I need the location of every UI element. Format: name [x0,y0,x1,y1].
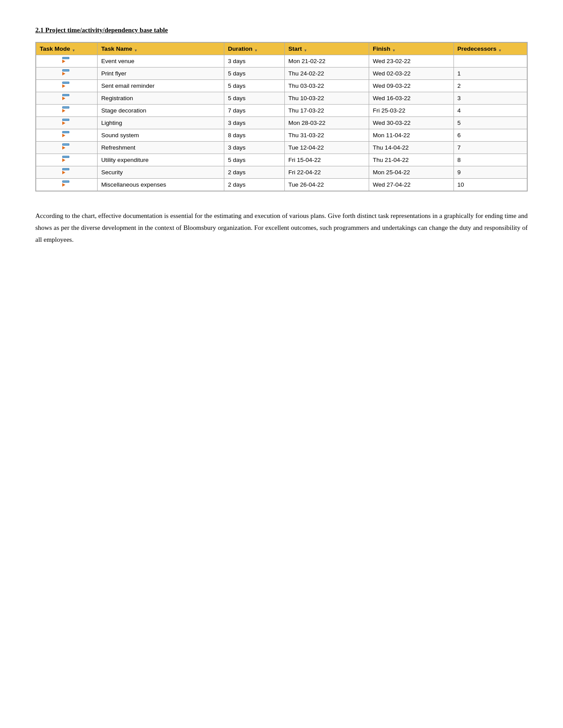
task-mode-icon [62,106,71,113]
task-name-cell: Lighting [98,117,224,129]
predecessors-cell: 2 [453,80,527,92]
start-dropdown-icon[interactable] [304,46,309,52]
table-row: Refreshment3 daysTue 12-04-22Thu 14-04-2… [36,142,527,154]
task-mode-cell [36,142,98,154]
duration-cell: 5 days [224,154,285,166]
finish-cell: Wed 30-03-22 [369,117,453,129]
predecessors-cell: 5 [453,117,527,129]
task-name-cell: Refreshment [98,142,224,154]
table-row: Registration5 daysThu 10-03-22Wed 16-03-… [36,92,527,105]
task-mode-icon [62,69,71,76]
col-header-task-mode[interactable]: Task Mode [36,43,98,55]
finish-dropdown-icon[interactable] [392,46,397,52]
task-name-cell: Sent email reminder [98,80,224,92]
finish-cell: Fri 25-03-22 [369,105,453,117]
task-name-cell: Sound system [98,129,224,142]
table-row: Sound system8 daysThu 31-03-22Mon 11-04-… [36,129,527,142]
task-mode-icon [62,156,71,163]
col-header-duration[interactable]: Duration [224,43,285,55]
task-mode-cell [36,154,98,166]
start-cell: Fri 15-04-22 [284,154,369,166]
task-mode-cell [36,129,98,142]
table-row: Miscellaneous expenses2 daysTue 26-04-22… [36,179,527,191]
task-mode-cell [36,166,98,179]
task-mode-icon [62,82,71,89]
duration-dropdown-icon[interactable] [254,46,260,52]
task-mode-cell [36,55,98,68]
predecessors-cell [453,55,527,68]
start-cell: Thu 10-03-22 [284,92,369,105]
start-cell: Tue 12-04-22 [284,142,369,154]
predecessors-cell: 9 [453,166,527,179]
predecessors-cell: 10 [453,179,527,191]
predecessors-cell: 4 [453,105,527,117]
start-cell: Thu 24-02-22 [284,68,369,80]
body-paragraph: According to the chart, effective docume… [35,210,528,246]
task-mode-icon [62,57,71,64]
duration-cell: 5 days [224,80,285,92]
duration-cell: 7 days [224,105,285,117]
task-mode-dropdown-icon[interactable] [72,46,77,52]
col-header-predecessors[interactable]: Predecessors [453,43,527,55]
predecessors-cell: 1 [453,68,527,80]
task-name-cell: Miscellaneous expenses [98,179,224,191]
duration-cell: 5 days [224,68,285,80]
task-mode-icon [62,119,71,126]
finish-cell: Wed 16-03-22 [369,92,453,105]
task-mode-cell [36,92,98,105]
table-row: Print flyer5 daysThu 24-02-22Wed 02-03-2… [36,68,527,80]
table-header-row: Task Mode Task Name Duration [36,43,527,55]
project-table-container: Task Mode Task Name Duration [35,42,528,191]
predecessors-dropdown-icon[interactable] [498,46,503,52]
table-row: Utility expenditure5 daysFri 15-04-22Thu… [36,154,527,166]
col-header-finish[interactable]: Finish [369,43,453,55]
finish-cell: Wed 27-04-22 [369,179,453,191]
finish-cell: Wed 02-03-22 [369,68,453,80]
task-name-dropdown-icon[interactable] [134,46,139,52]
finish-cell: Wed 23-02-22 [369,55,453,68]
col-header-start[interactable]: Start [284,43,369,55]
task-mode-cell [36,80,98,92]
task-mode-icon [62,180,71,188]
table-row: Sent email reminder5 daysThu 03-03-22Wed… [36,80,527,92]
section-title: 2.1 Project time/activity/dependency bas… [35,26,528,34]
task-mode-cell [36,105,98,117]
start-cell: Mon 28-03-22 [284,117,369,129]
task-name-cell: Registration [98,92,224,105]
predecessors-cell: 6 [453,129,527,142]
predecessors-cell: 7 [453,142,527,154]
predecessors-cell: 8 [453,154,527,166]
table-row: Security2 daysFri 22-04-22Mon 25-04-229 [36,166,527,179]
start-cell: Fri 22-04-22 [284,166,369,179]
task-name-cell: Stage decoration [98,105,224,117]
start-cell: Thu 17-03-22 [284,105,369,117]
finish-cell: Thu 21-04-22 [369,154,453,166]
task-mode-icon [62,131,71,138]
project-table: Task Mode Task Name Duration [36,42,527,191]
finish-cell: Mon 25-04-22 [369,166,453,179]
duration-cell: 2 days [224,179,285,191]
task-name-cell: Event venue [98,55,224,68]
duration-cell: 3 days [224,117,285,129]
start-cell: Tue 26-04-22 [284,179,369,191]
table-row: Stage decoration7 daysThu 17-03-22Fri 25… [36,105,527,117]
task-mode-cell [36,179,98,191]
col-header-task-name[interactable]: Task Name [98,43,224,55]
task-mode-icon [62,94,71,101]
table-row: Event venue3 daysMon 21-02-22Wed 23-02-2… [36,55,527,68]
finish-cell: Wed 09-03-22 [369,80,453,92]
task-mode-icon [62,168,71,175]
table-body: Event venue3 daysMon 21-02-22Wed 23-02-2… [36,55,527,191]
start-cell: Thu 03-03-22 [284,80,369,92]
task-mode-icon [62,143,71,150]
start-cell: Mon 21-02-22 [284,55,369,68]
predecessors-cell: 3 [453,92,527,105]
duration-cell: 2 days [224,166,285,179]
duration-cell: 8 days [224,129,285,142]
finish-cell: Thu 14-04-22 [369,142,453,154]
task-name-cell: Print flyer [98,68,224,80]
start-cell: Thu 31-03-22 [284,129,369,142]
finish-cell: Mon 11-04-22 [369,129,453,142]
duration-cell: 3 days [224,142,285,154]
task-mode-cell [36,117,98,129]
